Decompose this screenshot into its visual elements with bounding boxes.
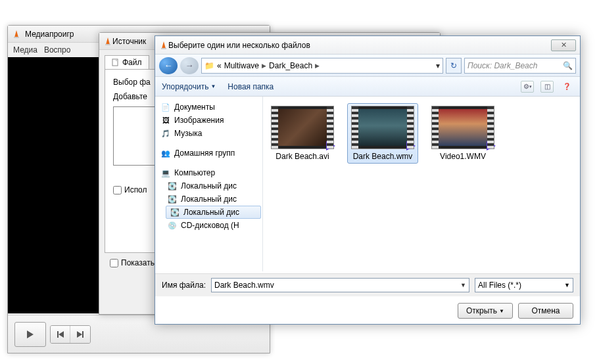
main-area: 📄Документы 🖼Изображения 🎵Музыка 👥Домашня… xyxy=(155,97,580,271)
tree-drive-cd[interactable]: 💿CD-дисковод (H xyxy=(156,219,261,232)
chevron-down-icon: ▼ xyxy=(564,282,570,288)
menu-media[interactable]: Медиа xyxy=(13,45,37,55)
documents-icon: 📄 xyxy=(160,102,171,112)
back-button[interactable]: ← xyxy=(159,57,178,74)
vlc-cone-icon xyxy=(12,30,21,39)
filetype-select[interactable]: All Files (*.*) ▼ xyxy=(475,278,573,292)
tree-music[interactable]: 🎵Музыка xyxy=(156,127,261,140)
svg-rect-9 xyxy=(112,59,118,66)
forward-button[interactable]: → xyxy=(180,57,199,74)
close-icon: ✕ xyxy=(561,41,567,49)
preview-pane-button[interactable]: ◫ xyxy=(540,81,554,93)
file-name: Dark Beach.wmv xyxy=(353,152,413,161)
play-overlay-icon xyxy=(326,141,335,150)
organize-menu[interactable]: Упорядочить ▼ xyxy=(162,82,216,91)
search-input[interactable]: Поиск: Dark_Beach 🔍 xyxy=(464,58,576,74)
tree-homegroup[interactable]: 👥Домашняя групп xyxy=(156,147,261,160)
prev-next-group xyxy=(50,325,91,344)
open-button[interactable]: Открыть ▼ xyxy=(458,303,513,319)
breadcrumb-item-1[interactable]: Multiwave xyxy=(224,61,259,70)
tree-label: Локальный дис xyxy=(181,194,237,204)
tree-drive-2[interactable]: 💽Локальный дис xyxy=(156,193,261,206)
filetype-value: All Files (*.*) xyxy=(478,281,521,290)
chevron-right-icon: ▶ xyxy=(315,62,320,69)
breadcrumb[interactable]: 📁 « Multiwave ▶ Dark_Beach ▶ ▾ xyxy=(201,58,443,74)
filename-label: Имя файла: xyxy=(162,281,206,290)
svg-rect-6 xyxy=(82,331,84,338)
svg-marker-11 xyxy=(162,41,166,49)
breadcrumb-dropdown[interactable]: ▾ xyxy=(436,61,440,70)
svg-rect-1 xyxy=(14,37,19,38)
play-overlay-icon xyxy=(487,141,496,150)
tree-computer[interactable]: 💻Компьютер xyxy=(156,166,261,179)
tree-label: CD-дисковод (H xyxy=(181,221,239,230)
refresh-icon: ↻ xyxy=(450,61,457,70)
gear-icon: ⚙ xyxy=(523,83,529,90)
breadcrumb-prefix: « xyxy=(217,61,222,70)
tree-label: Локальный дис xyxy=(181,181,237,191)
tree-label: Музыка xyxy=(174,129,202,138)
search-placeholder: Поиск: Dark_Beach xyxy=(467,61,537,70)
filename-input[interactable]: Dark Beach.wmv ▼ xyxy=(211,278,469,292)
svg-rect-8 xyxy=(105,44,110,45)
file-picker-titlebar[interactable]: Выберите один или несколько файлов ✕ xyxy=(155,36,580,55)
tab-file[interactable]: Файл xyxy=(105,55,149,69)
tree-label: Документы xyxy=(174,102,215,112)
video-thumbnail xyxy=(351,106,414,149)
help-button[interactable]: ❓ xyxy=(560,81,573,93)
tree-label: Изображения xyxy=(174,116,224,125)
filename-row: Имя файла: Dark Beach.wmv ▼ All Files (*… xyxy=(155,273,580,296)
file-item[interactable]: Video1.WMV xyxy=(427,103,498,164)
refresh-button[interactable]: ↻ xyxy=(446,58,462,74)
play-button[interactable] xyxy=(14,322,46,347)
drive-icon: 💽 xyxy=(170,208,180,217)
open-label: Открыть xyxy=(466,306,497,315)
tab-file-label: Файл xyxy=(122,58,142,67)
close-button[interactable]: ✕ xyxy=(551,39,576,51)
music-icon: 🎵 xyxy=(160,129,171,138)
video-thumbnail xyxy=(271,106,334,149)
file-list[interactable]: Dark Beach.avi Dark Beach.wmv Video1.WMV xyxy=(263,97,580,271)
view-options-button[interactable]: ⚙▾ xyxy=(521,81,534,93)
filename-value: Dark Beach.wmv xyxy=(214,281,274,290)
tree-pictures[interactable]: 🖼Изображения xyxy=(156,114,261,127)
menu-playback[interactable]: Воспро xyxy=(44,45,71,55)
nav-tree[interactable]: 📄Документы 🖼Изображения 🎵Музыка 👥Домашня… xyxy=(155,97,263,271)
tree-drive-3[interactable]: 💽Локальный дис xyxy=(166,206,261,219)
dialog-buttons: Открыть ▼ Отмена xyxy=(458,303,573,319)
play-overlay-icon xyxy=(406,141,416,150)
chevron-right-icon: ▶ xyxy=(262,62,266,69)
tree-documents[interactable]: 📄Документы xyxy=(156,101,261,114)
chevron-down-icon[interactable]: ▼ xyxy=(460,282,466,288)
organize-label: Упорядочить xyxy=(162,82,208,91)
chevron-down-icon: ▼ xyxy=(499,308,504,314)
video-thumbnail xyxy=(431,106,494,149)
tree-drive-1[interactable]: 💽Локальный дис xyxy=(156,179,261,193)
svg-rect-12 xyxy=(161,48,166,49)
new-folder-button[interactable]: Новая папка xyxy=(228,82,274,91)
folder-icon: 📁 xyxy=(204,61,214,70)
file-name: Video1.WMV xyxy=(440,152,486,161)
toolbar: Упорядочить ▼ Новая папка ⚙▾ ◫ ❓ xyxy=(155,77,580,97)
arrow-left-icon: ← xyxy=(164,60,173,70)
nav-row: ← → 📁 « Multiwave ▶ Dark_Beach ▶ ▾ ↻ Пои… xyxy=(155,55,580,77)
svg-marker-7 xyxy=(106,37,110,45)
file-item[interactable]: Dark Beach.avi xyxy=(267,103,338,164)
vlc-cone-icon xyxy=(159,41,168,50)
file-item[interactable]: Dark Beach.wmv xyxy=(347,103,418,164)
next-button[interactable] xyxy=(70,326,90,343)
vlc-cone-icon xyxy=(103,37,112,46)
pictures-icon: 🖼 xyxy=(160,116,171,125)
use-checkbox-input[interactable] xyxy=(113,186,122,194)
chevron-down-icon: ▼ xyxy=(210,83,216,89)
file-picker-title: Выберите один или несколько файлов xyxy=(168,41,310,50)
show-more-input[interactable] xyxy=(110,259,118,267)
search-icon: 🔍 xyxy=(563,61,573,70)
computer-icon: 💻 xyxy=(160,168,171,177)
file-name: Dark Beach.avi xyxy=(276,152,329,161)
breadcrumb-item-2[interactable]: Dark_Beach xyxy=(269,61,312,70)
prev-button[interactable] xyxy=(51,326,70,343)
pane-icon: ◫ xyxy=(544,83,550,90)
cancel-button[interactable]: Отмена xyxy=(518,303,573,319)
show-more-label: Показать xyxy=(121,258,155,267)
